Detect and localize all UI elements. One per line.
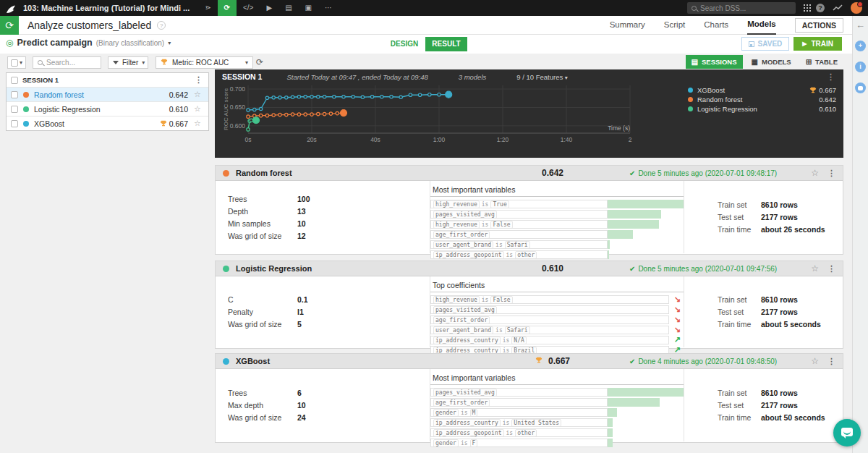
collapse-arrow-icon[interactable]: ←: [856, 20, 865, 30]
chat-fab-button[interactable]: [833, 419, 861, 446]
is-keyword: is: [482, 201, 489, 208]
chat-icon[interactable]: [855, 82, 866, 93]
filter-dropdown[interactable]: Filter ▾: [108, 56, 148, 69]
legend-item[interactable]: XGBoost0.667: [688, 85, 836, 95]
kebab-menu-icon[interactable]: ⋮: [193, 75, 204, 85]
chevron-down-icon: ▾: [168, 40, 171, 46]
notebook-icon[interactable]: ▣: [299, 0, 318, 16]
more-icon[interactable]: ⋯: [318, 0, 339, 16]
model-card-body: Trees100Depth13Min samples10Was grid of …: [216, 181, 843, 253]
param-label: Trees: [228, 389, 297, 397]
model-list-item[interactable]: XGBoost0.667☆: [7, 116, 208, 130]
roc-auc-chart[interactable]: 0.6000.6500.7000s20s40s1:001:201:402Time…: [221, 82, 655, 159]
row-checkbox[interactable]: [11, 91, 18, 98]
star-icon[interactable]: ☆: [191, 119, 204, 128]
models-count: 3 models: [459, 73, 487, 81]
svg-text:0s: 0s: [245, 136, 252, 143]
prediction-icon: ◎: [6, 38, 13, 48]
session-title: SESSION 1: [22, 76, 193, 84]
model-card-body: Trees6Max depth10Was grid of size24Most …: [216, 369, 843, 441]
view-button-sessions[interactable]: ▤SESSIONS: [686, 55, 743, 69]
model-name[interactable]: Logistic Regression: [34, 105, 169, 114]
model-name[interactable]: Random forest: [34, 90, 169, 99]
result-tab[interactable]: RESULT: [425, 37, 467, 51]
actions-button[interactable]: ACTIONS: [795, 18, 843, 33]
star-icon[interactable]: ☆: [804, 356, 826, 366]
play-icon[interactable]: ▶: [260, 0, 278, 16]
train-button[interactable]: ▶ TRAIN: [793, 37, 842, 51]
model-color-dot: [223, 358, 229, 365]
model-search-input[interactable]: Search...: [33, 56, 101, 69]
info-value: about 26 seconds: [761, 225, 825, 234]
metric-dropdown[interactable]: Metric: ROC AUC ▾: [156, 56, 253, 69]
model-card-header[interactable]: XGBoost0.667✔Done 4 minutes ago (2020-07…: [216, 354, 843, 369]
param-row: Trees100: [228, 195, 430, 203]
kebab-menu-icon[interactable]: ⋮: [825, 72, 836, 82]
info-label: Train time: [718, 225, 761, 234]
variable-label: ip_address_geopointisother: [430, 250, 608, 259]
row-checkbox[interactable]: [11, 120, 18, 127]
title-help-icon[interactable]: ?: [157, 21, 166, 30]
feature-chip: pages_visited_avg: [433, 306, 497, 314]
flow-icon[interactable]: ⋗: [198, 0, 217, 16]
features-dropdown[interactable]: 9 / 10 Features ▾: [516, 73, 568, 81]
model-card-header[interactable]: Random forest0.642✔Done 5 minutes ago (2…: [216, 166, 843, 181]
model-name[interactable]: XGBoost: [34, 119, 160, 128]
view-button-table[interactable]: ⊞TABLE: [800, 55, 843, 69]
model-card-header[interactable]: Logistic Regression0.610✔Done 5 minutes …: [216, 261, 843, 276]
select-all-dropdown[interactable]: ▾: [7, 56, 26, 69]
info-icon[interactable]: i: [855, 62, 866, 72]
add-icon[interactable]: +: [855, 41, 866, 51]
kebab-menu-icon[interactable]: ⋮: [826, 264, 837, 274]
view-button-models[interactable]: ▦MODELS: [746, 55, 797, 69]
monitoring-icon[interactable]: [833, 4, 843, 12]
value-chip: False: [490, 296, 512, 304]
importance-bar: [608, 439, 613, 447]
variable-label: user_agent_brandisSafari: [430, 326, 669, 334]
kebab-menu-icon[interactable]: ⋮: [826, 169, 837, 178]
user-avatar[interactable]: [851, 2, 862, 14]
star-icon[interactable]: ☆: [804, 168, 826, 178]
design-tab[interactable]: DESIGN: [383, 37, 425, 51]
star-icon[interactable]: ☆: [804, 263, 826, 274]
apps-grid-icon[interactable]: [804, 4, 805, 6]
trophy-icon: [809, 84, 817, 97]
tab-script[interactable]: Script: [664, 16, 685, 34]
help-icon[interactable]: ?: [816, 4, 825, 12]
kebab-menu-icon[interactable]: ⋮: [826, 357, 837, 366]
grid-icon: ⊞: [806, 58, 812, 66]
select-all-checkbox[interactable]: [11, 59, 18, 67]
code-icon[interactable]: </>: [237, 0, 260, 16]
session-checkbox[interactable]: [11, 77, 18, 84]
value-chip: other: [515, 251, 537, 259]
project-title[interactable]: 103: Machine Learning (Tutorial) for Min…: [23, 4, 190, 12]
variable-label: ip_address_geopointisother: [430, 428, 608, 437]
tab-charts[interactable]: Charts: [704, 16, 728, 34]
lab-icon[interactable]: ⟳: [218, 0, 237, 16]
value-chip: False: [490, 221, 512, 229]
tab-summary[interactable]: Summary: [610, 16, 645, 34]
saved-button[interactable]: SAVED: [741, 37, 790, 51]
legend-item[interactable]: Random forest0.642: [688, 95, 836, 104]
model-list-item[interactable]: Logistic Regression0.610☆: [7, 101, 208, 116]
variable-label: genderisF: [430, 439, 608, 447]
jobs-icon[interactable]: ▤: [278, 0, 298, 16]
prediction-task-selector[interactable]: ◎ Predict campaign (Binary classificatio…: [6, 38, 171, 48]
value-chip: N/A: [511, 336, 526, 344]
is-keyword: is: [495, 242, 503, 248]
star-icon[interactable]: ☆: [191, 90, 204, 99]
variable-label: age_first_order: [430, 316, 669, 324]
model-score: 0.610: [169, 105, 188, 114]
variable-row: age_first_order↘: [430, 316, 684, 324]
row-checkbox[interactable]: [11, 106, 18, 113]
star-icon[interactable]: ☆: [191, 104, 204, 114]
dataiku-logo[interactable]: [0, 1, 22, 14]
param-value: 100: [297, 195, 310, 203]
tab-models[interactable]: Models: [747, 15, 776, 35]
model-list-item[interactable]: Random forest0.642☆: [7, 87, 208, 101]
search-dss-input[interactable]: Search DSS...: [687, 2, 796, 14]
refresh-icon[interactable]: ⟳: [256, 57, 263, 67]
param-label: Max depth: [228, 401, 297, 410]
legend-item[interactable]: Logistic Regression0.610: [688, 104, 836, 114]
task-type: (Binary classification): [96, 39, 164, 47]
